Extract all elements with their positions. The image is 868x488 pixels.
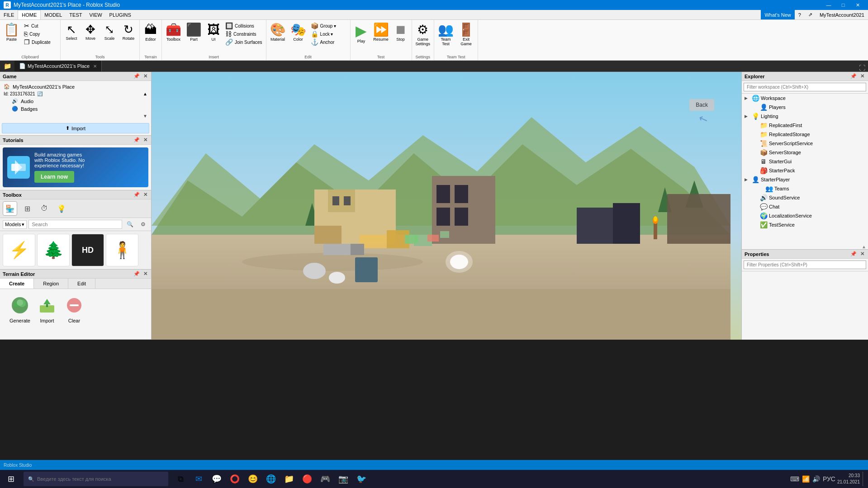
learn-now-button[interactable]: Learn now	[34, 171, 74, 183]
share-icon[interactable]: ⇗	[805, 10, 816, 19]
collisions-button[interactable]: 🔲 Collisions	[223, 22, 264, 30]
game-root-item[interactable]: 🏠 MyTestAccount2021's Place	[2, 83, 149, 90]
terrain-close[interactable]: ✕	[142, 271, 148, 277]
play-button[interactable]: ▶ Play	[352, 22, 370, 45]
terrain-generate-action[interactable]: Generate	[9, 294, 31, 323]
taskbar-app-emoji[interactable]: 😊	[244, 470, 261, 488]
tab-close-icon[interactable]: ✕	[93, 64, 97, 69]
taskbar-app-blue[interactable]: 🐦	[353, 470, 370, 488]
explorer-filter-input[interactable]	[744, 83, 866, 91]
menu-model[interactable]: MODEL	[41, 10, 66, 19]
taskbar-app-files[interactable]: 📁	[280, 470, 298, 488]
toolbox-item-1[interactable]: 🌲	[37, 234, 70, 266]
terrain-tab-region[interactable]: Region	[34, 279, 68, 289]
taskbar-app-photo[interactable]: 📷	[335, 470, 352, 488]
menu-test[interactable]: TEST	[66, 10, 85, 19]
tree-teams[interactable]: 👥 Teams	[742, 184, 868, 193]
duplicate-button[interactable]: ❐ Duplicate	[22, 38, 58, 46]
toolbox-tab-inventory[interactable]: ⊞	[20, 201, 34, 216]
move-button[interactable]: ✥ Move	[81, 22, 100, 43]
toolbox-search-button[interactable]: 🔍	[124, 220, 136, 229]
import-button[interactable]: ⬆ Import	[2, 123, 149, 133]
exit-game-button[interactable]: 🚪 Exit Game	[456, 22, 476, 48]
properties-close[interactable]: ✕	[859, 251, 865, 257]
team-test-button[interactable]: 👥 Team Test	[436, 22, 455, 48]
whats-new-button[interactable]: What's New	[761, 10, 794, 19]
maximize-viewport-icon[interactable]: ⛶	[859, 64, 865, 71]
viewport[interactable]: Back ↖	[152, 72, 741, 340]
taskbar-app-chrome[interactable]: 🔴	[299, 470, 316, 488]
taskbar-search-bar[interactable]: 🔍	[24, 472, 168, 486]
copy-button[interactable]: ⎘ Copy	[22, 30, 58, 38]
menu-home[interactable]: HOME	[18, 10, 41, 19]
game-scroll-down[interactable]: ▼	[143, 114, 147, 118]
editor-button[interactable]: 🏔 Editor	[142, 22, 160, 43]
lock-button[interactable]: 🔒 Lock ▾	[309, 30, 345, 38]
audio-item[interactable]: 🔊 Audio	[2, 97, 149, 105]
tree-server-storage[interactable]: 📦 ServerStorage	[742, 148, 868, 157]
tree-starter-pack[interactable]: 🎒 StarterPack	[742, 166, 868, 175]
explorer-pin[interactable]: 📌	[849, 73, 858, 79]
part-button[interactable]: ⬛ Part	[184, 22, 204, 43]
tree-replicated-storage[interactable]: 📁 ReplicatedStorage	[742, 130, 868, 139]
tree-test-service[interactable]: ✅ TestService	[742, 220, 868, 229]
resume-button[interactable]: ⏩ Resume	[371, 22, 391, 43]
toolbox-search-input[interactable]	[28, 220, 122, 229]
tree-replicated-first[interactable]: 📁 ReplicatedFirst	[742, 121, 868, 130]
tree-localization-service[interactable]: 🌍 LocalizationService	[742, 211, 868, 220]
scale-button[interactable]: ⤡ Scale	[100, 22, 119, 43]
game-refresh-icon[interactable]: 🔄	[37, 91, 43, 96]
help-icon[interactable]: ?	[795, 10, 805, 19]
taskbar-app-skype[interactable]: 💬	[208, 470, 225, 488]
network-icon[interactable]: 📶	[802, 475, 810, 483]
rotate-button[interactable]: ↻ Rotate	[119, 22, 138, 43]
toolbox-type-select[interactable]: Models ▾	[3, 220, 27, 229]
color-button[interactable]: 🎭 Color	[289, 22, 308, 43]
terrain-tab-edit[interactable]: Edit	[68, 279, 95, 289]
menu-plugins[interactable]: PLUGINS	[106, 10, 135, 19]
tree-workspace[interactable]: ▶ 🌐 Workspace	[742, 94, 868, 103]
explorer-close[interactable]: ✕	[859, 73, 865, 79]
taskbar-app-opera[interactable]: ⭕	[226, 470, 243, 488]
game-scroll-up[interactable]: ▲	[143, 91, 147, 96]
taskbar-clock[interactable]: 20:33 21.01.2021	[837, 473, 860, 485]
tree-players[interactable]: 👤 Players	[742, 103, 868, 112]
tree-sound-service[interactable]: 🔊 SoundService	[742, 193, 868, 202]
tutorials-close[interactable]: ✕	[142, 137, 148, 143]
tree-server-script-service[interactable]: 📜 ServerScriptService	[742, 139, 868, 148]
toolbox-pin[interactable]: 📌	[133, 192, 141, 198]
minimize-button[interactable]: —	[822, 0, 835, 10]
show-desktop-button[interactable]	[863, 472, 864, 486]
constraints-button[interactable]: ⛓ Constraints	[223, 30, 264, 38]
terrain-clear-action[interactable]: Clear	[63, 294, 85, 323]
game-panel-pin[interactable]: 📌	[133, 73, 141, 79]
toolbox-item-0[interactable]: ⚡	[3, 234, 35, 266]
toolbox-settings-button[interactable]: ⚙	[138, 220, 148, 229]
toolbox-tab-marketplace[interactable]: 🏪	[3, 201, 17, 216]
tree-starter-player[interactable]: ▶ 👤 StarterPlayer	[742, 175, 868, 184]
group-button[interactable]: 📦 Group ▾	[309, 22, 345, 30]
taskbar-app-mail[interactable]: ✉	[190, 470, 207, 488]
taskbar-start-button[interactable]: ⊞	[0, 470, 22, 488]
toolbox-tab-suggestions[interactable]: 💡	[54, 201, 69, 216]
tree-chat[interactable]: 💬 Chat	[742, 202, 868, 211]
taskbar-app-task-view[interactable]: ⧉	[172, 470, 189, 488]
taskbar-app-roblox[interactable]: 🎮	[317, 470, 334, 488]
menu-file[interactable]: FILE	[0, 10, 18, 19]
terrain-pin[interactable]: 📌	[133, 271, 141, 277]
toolbox-item-3[interactable]: 🧍	[106, 234, 138, 266]
tutorials-pin[interactable]: 📌	[133, 137, 141, 143]
cut-button[interactable]: ✂ Cut	[22, 22, 58, 30]
menu-view[interactable]: VIEW	[85, 10, 105, 19]
toolbox-panel-close[interactable]: ✕	[142, 192, 148, 198]
taskbar-search-input[interactable]	[37, 476, 164, 482]
material-button[interactable]: 🎨 Material	[268, 22, 288, 43]
terrain-import-action[interactable]: Import	[36, 294, 58, 323]
maximize-button[interactable]: □	[836, 0, 850, 10]
game-settings-button[interactable]: ⚙ Game Settings	[414, 22, 432, 48]
volume-icon[interactable]: 🔊	[812, 475, 820, 483]
tab-main[interactable]: 📄 MyTestAccount2021's Place ✕	[14, 61, 102, 71]
paste-button[interactable]: 📋 Paste	[2, 22, 21, 43]
ui-button[interactable]: 🖼 UI	[204, 22, 223, 43]
toolbox-tab-recent[interactable]: ⏱	[37, 201, 52, 216]
